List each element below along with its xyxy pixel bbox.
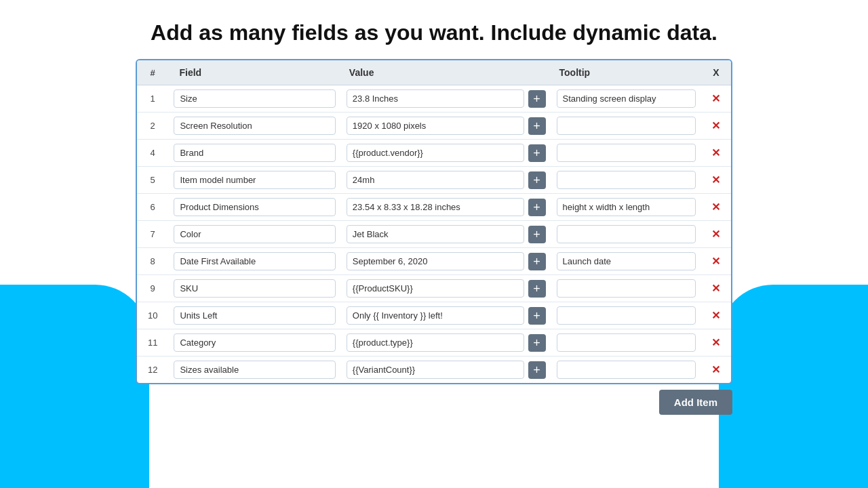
tooltip-input-9[interactable] [557, 333, 696, 352]
value-input-10[interactable] [347, 361, 524, 379]
row-field-cell-3 [168, 167, 340, 194]
row-tooltip-cell-8 [551, 302, 701, 329]
row-tooltip-cell-6 [551, 248, 701, 275]
table-row: 4 + ✕ [137, 140, 731, 167]
row-value-cell-4: + [341, 194, 551, 221]
tooltip-input-10[interactable] [557, 361, 696, 379]
delete-button-3[interactable]: ✕ [709, 174, 723, 186]
row-num-3: 5 [137, 167, 168, 194]
field-input-5[interactable] [174, 225, 335, 243]
row-field-cell-6 [168, 248, 340, 275]
value-input-5[interactable] [347, 225, 524, 243]
row-num-6: 8 [137, 248, 168, 275]
delete-button-7[interactable]: ✕ [709, 282, 723, 295]
row-field-cell-7 [168, 275, 340, 302]
field-input-4[interactable] [174, 198, 335, 216]
table-row: 12 + ✕ [137, 357, 731, 384]
value-input-4[interactable] [347, 198, 524, 216]
field-input-8[interactable] [174, 306, 335, 325]
tooltip-input-6[interactable] [557, 252, 696, 270]
row-delete-cell-5: ✕ [701, 221, 731, 248]
row-delete-cell-9: ✕ [701, 329, 731, 357]
row-value-cell-8: + [341, 302, 551, 329]
row-value-cell-0: + [341, 85, 551, 113]
row-num-9: 11 [137, 329, 168, 357]
delete-button-8[interactable]: ✕ [709, 309, 723, 322]
row-delete-cell-3: ✕ [701, 167, 731, 194]
plus-button-3[interactable]: + [528, 171, 546, 189]
field-input-0[interactable] [174, 89, 335, 108]
delete-button-1[interactable]: ✕ [709, 119, 723, 132]
value-input-9[interactable] [347, 333, 524, 352]
tooltip-input-3[interactable] [557, 171, 696, 189]
delete-button-9[interactable]: ✕ [709, 336, 723, 349]
value-input-0[interactable] [347, 89, 524, 108]
col-header-value: Value [341, 60, 551, 85]
plus-button-5[interactable]: + [528, 226, 546, 243]
value-input-3[interactable] [347, 171, 524, 189]
row-tooltip-cell-9 [551, 329, 701, 357]
value-input-8[interactable] [347, 306, 524, 325]
row-tooltip-cell-1 [551, 113, 701, 140]
field-input-2[interactable] [174, 144, 335, 162]
value-input-7[interactable] [347, 279, 524, 298]
value-input-1[interactable] [347, 117, 524, 135]
col-header-delete: X [701, 60, 731, 85]
row-value-cell-7: + [341, 275, 551, 302]
tooltip-input-4[interactable] [557, 198, 696, 216]
bg-decoration-left [0, 285, 149, 488]
row-field-cell-0 [168, 85, 340, 113]
table-row: 1 + ✕ [137, 85, 731, 113]
plus-button-0[interactable]: + [528, 90, 546, 108]
field-input-9[interactable] [174, 333, 335, 352]
tooltip-input-1[interactable] [557, 117, 696, 135]
tooltip-input-8[interactable] [557, 306, 696, 325]
plus-button-4[interactable]: + [528, 199, 546, 216]
row-field-cell-8 [168, 302, 340, 329]
row-field-cell-10 [168, 357, 340, 384]
table-row: 6 + ✕ [137, 194, 731, 221]
delete-button-0[interactable]: ✕ [709, 92, 723, 105]
plus-button-7[interactable]: + [528, 280, 546, 298]
row-value-cell-9: + [341, 329, 551, 357]
table-row: 7 + ✕ [137, 221, 731, 248]
field-input-10[interactable] [174, 361, 335, 379]
row-tooltip-cell-5 [551, 221, 701, 248]
delete-button-4[interactable]: ✕ [709, 201, 723, 214]
plus-button-10[interactable]: + [528, 361, 546, 379]
row-num-7: 9 [137, 275, 168, 302]
add-item-button[interactable]: Add Item [659, 390, 732, 415]
row-field-cell-4 [168, 194, 340, 221]
row-tooltip-cell-2 [551, 140, 701, 167]
row-num-8: 10 [137, 302, 168, 329]
delete-button-10[interactable]: ✕ [709, 363, 723, 376]
row-delete-cell-2: ✕ [701, 140, 731, 167]
tooltip-input-0[interactable] [557, 89, 696, 108]
field-input-6[interactable] [174, 252, 335, 270]
row-field-cell-5 [168, 221, 340, 248]
row-delete-cell-8: ✕ [701, 302, 731, 329]
row-delete-cell-1: ✕ [701, 113, 731, 140]
tooltip-input-2[interactable] [557, 144, 696, 162]
row-num-1: 2 [137, 113, 168, 140]
field-input-1[interactable] [174, 117, 335, 135]
tooltip-input-7[interactable] [557, 279, 696, 298]
tooltip-input-5[interactable] [557, 225, 696, 243]
field-input-3[interactable] [174, 171, 335, 189]
plus-button-1[interactable]: + [528, 117, 546, 135]
value-input-6[interactable] [347, 252, 524, 270]
table-row: 11 + ✕ [137, 329, 731, 357]
plus-button-2[interactable]: + [528, 144, 546, 162]
table-row: 8 + ✕ [137, 248, 731, 275]
plus-button-9[interactable]: + [528, 334, 546, 352]
field-input-7[interactable] [174, 279, 335, 298]
plus-button-6[interactable]: + [528, 253, 546, 270]
row-delete-cell-6: ✕ [701, 248, 731, 275]
delete-button-5[interactable]: ✕ [709, 228, 723, 241]
delete-button-6[interactable]: ✕ [709, 255, 723, 268]
plus-button-8[interactable]: + [528, 307, 546, 325]
table-row: 5 + ✕ [137, 167, 731, 194]
delete-button-2[interactable]: ✕ [709, 146, 723, 159]
value-input-2[interactable] [347, 144, 524, 162]
row-value-cell-5: + [341, 221, 551, 248]
